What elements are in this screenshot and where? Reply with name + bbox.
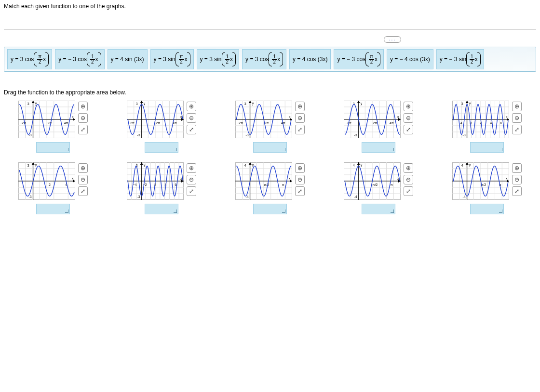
option-4[interactable]: y = 3 sin 12x <box>197 49 240 69</box>
svg-text:y: y <box>361 163 363 167</box>
svg-text:x: x <box>289 177 291 180</box>
svg-text:3: 3 <box>136 102 138 105</box>
option-1[interactable]: y = − 3 cos 12x <box>55 49 104 69</box>
dropzone-8[interactable] <box>362 204 395 214</box>
zoom-in-icon[interactable]: ⊕ <box>78 163 88 173</box>
graph-0: yx3-3−2π2π4π <box>18 101 75 138</box>
svg-text:x: x <box>506 177 508 180</box>
graph-2: yx3-3−2π2π4π <box>235 101 292 138</box>
svg-text:x: x <box>397 115 399 118</box>
zoom-out-icon[interactable]: ⊖ <box>78 113 88 123</box>
option-7[interactable]: y = − 3 cos π2x <box>334 49 384 69</box>
svg-text:π/2: π/2 <box>264 183 270 186</box>
dropzone-6[interactable] <box>145 204 178 214</box>
expand-icon[interactable]: ⤢ <box>187 186 196 196</box>
dropzone-5[interactable] <box>36 204 70 214</box>
svg-text:y: y <box>35 163 37 167</box>
dropzone-0[interactable] <box>36 142 70 153</box>
graph-cell-4: yx3-3−4−2246⊕⊖⤢ <box>440 101 534 153</box>
svg-text:3: 3 <box>244 102 246 105</box>
svg-text:−2π: −2π <box>237 121 243 125</box>
option-2[interactable]: y = 4 sin (3x) <box>108 49 148 69</box>
svg-text:-4: -4 <box>354 195 357 198</box>
dropzone-7[interactable] <box>253 204 287 214</box>
graph-4: yx3-3−4−2246 <box>452 101 509 138</box>
zoom-out-icon[interactable]: ⊖ <box>404 113 413 123</box>
svg-text:x: x <box>72 115 74 118</box>
graph-6: yx3-3−4−2246 <box>127 162 184 200</box>
expand-icon[interactable]: ⤢ <box>512 186 522 196</box>
zoom-out-icon[interactable]: ⊖ <box>295 175 305 184</box>
instruction-text: Drag the function to the appropriate are… <box>4 89 536 96</box>
dropzone-4[interactable] <box>470 142 504 153</box>
option-0[interactable]: y = 3 cos π2x <box>7 49 52 69</box>
svg-text:3: 3 <box>461 102 463 105</box>
graph-cell-1: yx3-3−2π2π4π⊕⊖⤢ <box>114 101 208 153</box>
svg-text:-3: -3 <box>463 133 466 137</box>
zoom-out-icon[interactable]: ⊖ <box>512 175 522 184</box>
zoom-in-icon[interactable]: ⊕ <box>187 163 196 173</box>
zoom-in-icon[interactable]: ⊕ <box>295 163 305 173</box>
svg-text:-4: -4 <box>463 195 466 198</box>
question-text: Match each given function to one of the … <box>4 3 536 10</box>
svg-text:2π: 2π <box>373 121 378 125</box>
zoom-in-icon[interactable]: ⊕ <box>512 102 522 111</box>
zoom-in-icon[interactable]: ⊕ <box>295 102 305 111</box>
separator <box>4 29 536 29</box>
graph-cell-6: yx3-3−4−2246⊕⊖⤢ <box>114 162 208 214</box>
svg-text:y: y <box>469 102 471 105</box>
svg-text:-3: -3 <box>137 195 140 198</box>
expand-icon[interactable]: ⤢ <box>78 186 88 196</box>
option-5[interactable]: y = 3 cos 12x <box>242 49 286 69</box>
svg-text:-3: -3 <box>354 133 357 137</box>
svg-text:−4: −4 <box>133 183 137 186</box>
svg-text:2π: 2π <box>156 121 160 125</box>
expand-icon[interactable]: ⤢ <box>404 186 413 196</box>
svg-text:4: 4 <box>244 164 246 167</box>
svg-text:π: π <box>282 183 284 186</box>
svg-text:3: 3 <box>27 164 29 167</box>
expand-icon[interactable]: ⤢ <box>404 125 413 134</box>
zoom-in-icon[interactable]: ⊕ <box>78 102 88 111</box>
svg-text:x: x <box>180 177 182 180</box>
dropzone-9[interactable] <box>470 204 504 214</box>
expand-icon[interactable]: ⤢ <box>78 125 88 134</box>
graph-3: yx3-3−2π2π4π <box>344 101 401 138</box>
more-icon[interactable]: ... <box>384 36 401 43</box>
zoom-in-icon[interactable]: ⊕ <box>404 163 413 173</box>
svg-text:x: x <box>506 115 508 118</box>
svg-text:-3: -3 <box>137 133 140 137</box>
dropzone-2[interactable] <box>253 142 287 153</box>
expand-icon[interactable]: ⤢ <box>512 125 522 134</box>
svg-text:y: y <box>143 163 145 167</box>
expand-icon[interactable]: ⤢ <box>187 125 196 134</box>
option-3[interactable]: y = 3 sin π2x <box>150 49 194 69</box>
zoom-out-icon[interactable]: ⊖ <box>295 113 305 123</box>
expand-icon[interactable]: ⤢ <box>295 186 305 196</box>
svg-text:4π: 4π <box>64 121 68 125</box>
drop-area: yx3-3−2π2π4π⊕⊖⤢yx3-3−2π2π4π⊕⊖⤢yx3-3−2π2π… <box>4 101 536 214</box>
option-6[interactable]: y = 4 cos (3x) <box>289 49 331 69</box>
svg-text:π/2: π/2 <box>373 183 378 186</box>
options-container: y = 3 cos π2xy = − 3 cos 12xy = 4 sin (3… <box>4 47 536 72</box>
dropzone-1[interactable] <box>145 142 178 153</box>
graph-5: yx3-324 <box>18 162 75 200</box>
zoom-out-icon[interactable]: ⊖ <box>512 113 522 123</box>
zoom-in-icon[interactable]: ⊕ <box>512 163 522 173</box>
graph-cell-8: yx4-4π/2π⊕⊖⤢ <box>332 162 426 214</box>
svg-text:y: y <box>143 102 145 105</box>
svg-text:y: y <box>361 102 363 105</box>
dropzone-3[interactable] <box>362 142 395 153</box>
option-8[interactable]: y = − 4 cos (3x) <box>387 49 433 69</box>
zoom-out-icon[interactable]: ⊖ <box>404 175 413 184</box>
zoom-in-icon[interactable]: ⊕ <box>187 102 196 111</box>
graph-cell-7: yx4-4π/2π⊕⊖⤢ <box>223 162 317 214</box>
svg-text:-3: -3 <box>28 195 31 198</box>
expand-icon[interactable]: ⤢ <box>295 125 305 134</box>
option-9[interactable]: y = − 3 sin 12x <box>436 49 484 69</box>
zoom-in-icon[interactable]: ⊕ <box>404 102 413 111</box>
zoom-out-icon[interactable]: ⊖ <box>187 175 196 184</box>
zoom-out-icon[interactable]: ⊖ <box>78 175 88 184</box>
svg-text:3: 3 <box>27 102 29 105</box>
zoom-out-icon[interactable]: ⊖ <box>187 113 196 123</box>
